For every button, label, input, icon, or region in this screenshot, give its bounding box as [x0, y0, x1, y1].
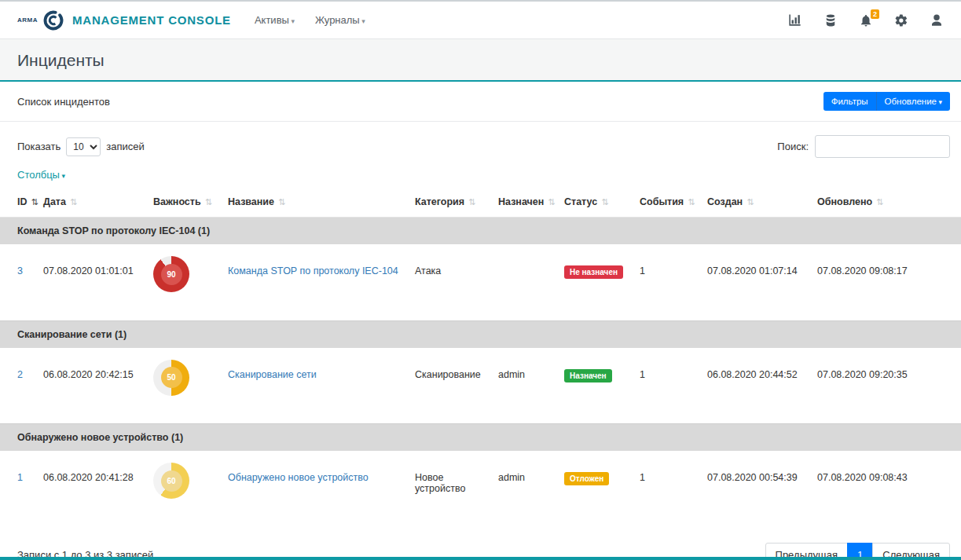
incident-assignee: admin: [492, 451, 558, 527]
incident-events: 1: [633, 451, 701, 527]
incident-name-link[interactable]: Обнаружено новое устройство: [228, 472, 369, 483]
show-label: Показать: [17, 141, 61, 152]
brand-title: MANAGEMENT CONSOLE: [72, 13, 231, 27]
incident-category: Сканирование: [409, 348, 492, 424]
col-header-assignee[interactable]: Назначен⇅: [492, 188, 558, 218]
database-icon[interactable]: [823, 13, 838, 27]
group-header: Обнаружено новое устройство (1): [0, 424, 961, 452]
logo-arma-text: ARMA: [17, 16, 38, 24]
arma-spiral-icon: [42, 9, 64, 31]
table-footer: Записи с 1 до 3 из 3 записей Предыдущая …: [0, 527, 961, 560]
update-dropdown-button[interactable]: Обновление: [877, 92, 950, 111]
incident-category: Атака: [409, 244, 492, 320]
incident-name-link[interactable]: Команда STOP по протоколу IEC-104: [228, 265, 398, 276]
nav-icon-group: 2: [787, 13, 944, 27]
severity-donut: 50: [153, 360, 189, 396]
col-header-updated[interactable]: Обновлено⇅: [811, 188, 961, 218]
incident-events: 1: [633, 348, 701, 424]
search-label: Поиск:: [777, 141, 809, 152]
page-size-group: Показать 10 записей: [17, 137, 145, 156]
status-badge: Не назначен: [564, 265, 623, 279]
incident-updated: 07.08.2020 09:08:17: [811, 244, 961, 320]
severity-donut: 90: [153, 256, 189, 292]
page-size-select[interactable]: 10: [66, 137, 101, 156]
nav-menu-logs[interactable]: Журналы: [315, 14, 365, 26]
group-header: Команда STOP по протоколу IEC-104 (1): [0, 218, 961, 245]
sort-icon: ⇅: [70, 197, 77, 207]
gear-icon[interactable]: [894, 13, 908, 27]
search-input[interactable]: [815, 135, 950, 158]
incident-updated: 07.08.2020 09:08:43: [811, 451, 961, 527]
col-header-events[interactable]: События⇅: [633, 188, 701, 218]
col-header-date[interactable]: Дата⇅: [37, 188, 147, 218]
status-badge: Назначен: [564, 369, 612, 382]
card-header: Список инцидентов Фильтры Обновление: [0, 82, 961, 122]
incident-date: 06.08.2020 20:42:15: [37, 348, 147, 424]
bottom-accent-bar: [0, 557, 961, 560]
col-header-id[interactable]: ID⇅: [0, 188, 37, 218]
sort-icon: ⇅: [601, 197, 608, 207]
user-icon[interactable]: [930, 13, 944, 27]
col-header-name[interactable]: Название⇅: [222, 188, 409, 218]
brand-logo[interactable]: ARMA MANAGEMENT CONSOLE: [17, 9, 231, 31]
col-header-category[interactable]: Категория⇅: [409, 188, 492, 218]
incident-id-link[interactable]: 3: [17, 265, 23, 276]
col-header-severity[interactable]: Важность⇅: [147, 188, 222, 218]
top-navbar: ARMA MANAGEMENT CONSOLE Активы Журналы: [0, 2, 961, 39]
incident-updated: 07.08.2020 09:20:35: [811, 348, 961, 424]
card-actions: Фильтры Обновление: [823, 92, 950, 111]
incident-assignee: admin: [492, 348, 558, 424]
severity-donut: 60: [153, 463, 189, 499]
sort-icon: ⇅: [205, 197, 212, 207]
management-console-app: ARMA MANAGEMENT CONSOLE Активы Журналы: [0, 0, 961, 560]
severity-value: 50: [161, 367, 182, 388]
table-row: 3 07.08.2020 01:01:01 90 Команда STOP по…: [0, 244, 961, 320]
nav-menu-assets[interactable]: Активы: [255, 14, 295, 26]
sort-icon: ⇅: [746, 197, 754, 207]
incidents-table: ID⇅ Дата⇅ Важность⇅ Название⇅ Категория⇅…: [0, 188, 961, 527]
table-row: 2 06.08.2020 20:42:15 50 Сканирование се…: [0, 348, 961, 424]
status-badge: Отложен: [564, 472, 609, 485]
bell-icon[interactable]: 2: [859, 13, 873, 27]
severity-value: 60: [161, 470, 182, 492]
search-group: Поиск:: [777, 135, 950, 158]
severity-value: 90: [161, 264, 182, 285]
incident-id-link[interactable]: 1: [17, 472, 23, 483]
incident-created: 06.08.2020 20:44:52: [701, 348, 811, 424]
records-label: записей: [106, 141, 144, 152]
incident-date: 06.08.2020 20:41:28: [37, 451, 147, 527]
table-row: 1 06.08.2020 20:41:28 60 Обнаружено ново…: [0, 451, 961, 527]
filters-button[interactable]: Фильтры: [823, 92, 877, 111]
page-title-band: Инциденты: [0, 39, 961, 82]
table-header-row: ID⇅ Дата⇅ Важность⇅ Название⇅ Категория⇅…: [0, 188, 961, 218]
notification-badge: 2: [871, 9, 879, 19]
incident-created: 07.08.2020 01:07:14: [701, 244, 811, 320]
card-title: Список инцидентов: [17, 96, 110, 108]
nav-menus: Активы Журналы: [255, 14, 365, 26]
table-controls: Показать 10 записей Поиск:: [0, 122, 961, 161]
incident-created: 07.08.2020 00:54:39: [701, 451, 811, 527]
incident-category: Новое устройство: [409, 451, 492, 527]
sort-icon: ⇅: [548, 197, 555, 207]
columns-dropdown[interactable]: Столбцы: [0, 161, 83, 185]
page-title: Инциденты: [17, 51, 944, 70]
sort-icon: ⇅: [278, 197, 285, 207]
incident-date: 07.08.2020 01:01:01: [37, 244, 147, 320]
incident-events: 1: [633, 244, 701, 320]
sort-icon: ⇅: [468, 197, 475, 207]
incident-assignee: [492, 244, 558, 320]
col-header-status[interactable]: Статус⇅: [558, 188, 633, 218]
col-header-created[interactable]: Создан⇅: [701, 188, 811, 218]
incident-id-link[interactable]: 2: [17, 369, 23, 380]
sort-icon: ⇅: [31, 197, 39, 207]
incident-name-link[interactable]: Сканирование сети: [228, 369, 317, 380]
group-header: Сканирование сети (1): [0, 320, 961, 348]
bar-chart-icon[interactable]: [787, 13, 802, 27]
sort-icon: ⇅: [688, 197, 695, 207]
sort-icon: ⇅: [876, 197, 883, 207]
